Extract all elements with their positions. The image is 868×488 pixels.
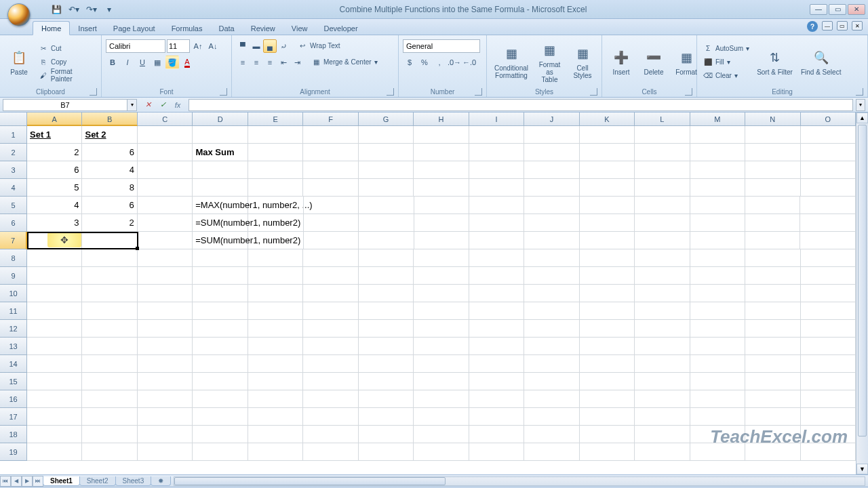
cell-G13[interactable]: [359, 338, 414, 355]
cell-F12[interactable]: [303, 320, 358, 338]
cell-B3[interactable]: 4: [82, 161, 137, 179]
cell-L11[interactable]: [635, 302, 690, 320]
column-header-M[interactable]: M: [690, 113, 745, 126]
cell-N16[interactable]: [745, 390, 800, 408]
cell-O16[interactable]: [801, 390, 856, 408]
cell-O14[interactable]: [801, 355, 856, 373]
cell-I17[interactable]: [469, 408, 524, 426]
cell-H16[interactable]: [414, 390, 469, 408]
cell-F1[interactable]: [303, 126, 358, 144]
cell-N13[interactable]: [745, 338, 800, 355]
cell-I4[interactable]: [469, 179, 524, 197]
cell-G7[interactable]: [359, 232, 414, 249]
increase-decimal-button[interactable]: .0→: [448, 56, 461, 69]
cell-J3[interactable]: [524, 161, 579, 179]
cell-N6[interactable]: [745, 214, 800, 232]
cell-I13[interactable]: [469, 338, 524, 355]
name-box-dropdown[interactable]: ▾: [127, 99, 137, 111]
cell-G3[interactable]: [359, 161, 414, 179]
cell-J17[interactable]: [524, 408, 579, 426]
cell-C10[interactable]: [138, 285, 193, 302]
cell-M4[interactable]: [690, 179, 745, 197]
cell-D17[interactable]: [193, 408, 248, 426]
cell-G2[interactable]: [359, 144, 414, 161]
enter-formula-icon[interactable]: ✓: [156, 99, 170, 111]
cell-B14[interactable]: [82, 355, 137, 373]
cell-I15[interactable]: [469, 373, 524, 390]
cell-M8[interactable]: [690, 249, 745, 267]
cell-I3[interactable]: [469, 161, 524, 179]
cell-O3[interactable]: [801, 161, 856, 179]
cell-C7[interactable]: [138, 232, 193, 249]
cell-K4[interactable]: [580, 179, 635, 197]
cell-G16[interactable]: [359, 390, 414, 408]
paste-button[interactable]: 📋 Paste: [4, 47, 34, 77]
cell-B1[interactable]: Set 2: [82, 126, 137, 144]
bold-button[interactable]: B: [106, 56, 119, 69]
column-header-H[interactable]: H: [414, 113, 469, 126]
tab-developer[interactable]: Developer: [315, 22, 366, 35]
cell-K9[interactable]: [580, 267, 635, 285]
cell-C19[interactable]: [138, 443, 193, 461]
cell-styles-button[interactable]: ▦Cell Styles: [568, 43, 597, 81]
cell-A16[interactable]: [27, 390, 82, 408]
sheet-nav-first[interactable]: ⏮: [0, 476, 11, 487]
cell-L3[interactable]: [635, 161, 690, 179]
cell-A10[interactable]: [27, 285, 82, 302]
cell-O11[interactable]: [801, 302, 856, 320]
maximize-button[interactable]: ▭: [829, 4, 846, 15]
cell-J12[interactable]: [524, 320, 579, 338]
cell-B2[interactable]: 6: [82, 144, 137, 161]
select-all-corner[interactable]: [0, 113, 27, 126]
cell-B16[interactable]: [82, 390, 137, 408]
cell-N7[interactable]: [745, 232, 800, 249]
cell-B5[interactable]: 6: [82, 197, 137, 214]
cell-O13[interactable]: [801, 338, 856, 355]
font-size-select[interactable]: [167, 39, 190, 53]
cell-M7[interactable]: [690, 232, 745, 249]
column-header-B[interactable]: B: [82, 113, 137, 126]
cell-K7[interactable]: [580, 232, 635, 249]
cell-C18[interactable]: [138, 426, 193, 443]
cell-F19[interactable]: [303, 443, 358, 461]
column-header-G[interactable]: G: [359, 113, 414, 126]
cell-E17[interactable]: [248, 408, 303, 426]
cell-L19[interactable]: [635, 443, 690, 461]
sheet-nav-prev[interactable]: ◀: [11, 476, 22, 487]
cell-H19[interactable]: [414, 443, 469, 461]
cell-H7[interactable]: [414, 232, 469, 249]
font-name-select[interactable]: [106, 39, 165, 53]
cell-O9[interactable]: [801, 267, 856, 285]
cell-G19[interactable]: [359, 443, 414, 461]
row-header-2[interactable]: 2: [0, 144, 27, 161]
cell-G11[interactable]: [359, 302, 414, 320]
cell-G9[interactable]: [359, 267, 414, 285]
cell-G17[interactable]: [359, 408, 414, 426]
cell-E16[interactable]: [248, 390, 303, 408]
vertical-scrollbar[interactable]: ▲ ▼: [856, 113, 868, 474]
cell-E4[interactable]: [248, 179, 303, 197]
cell-E5[interactable]: [248, 197, 303, 214]
cell-J4[interactable]: [524, 179, 579, 197]
cell-J1[interactable]: [524, 126, 579, 144]
cell-O19[interactable]: [801, 443, 856, 461]
cell-L14[interactable]: [635, 355, 690, 373]
cell-O10[interactable]: [801, 285, 856, 302]
align-right-button[interactable]: ≡: [263, 56, 277, 69]
cell-J16[interactable]: [524, 390, 579, 408]
cell-E15[interactable]: [248, 373, 303, 390]
cell-A11[interactable]: [27, 302, 82, 320]
cell-I16[interactable]: [469, 390, 524, 408]
cell-B15[interactable]: [82, 373, 137, 390]
cell-F7[interactable]: [304, 232, 359, 249]
cell-L12[interactable]: [635, 320, 690, 338]
cell-G1[interactable]: [359, 126, 414, 144]
cell-C2[interactable]: [138, 144, 193, 161]
percent-button[interactable]: %: [418, 56, 431, 69]
cell-F13[interactable]: [303, 338, 358, 355]
cell-L16[interactable]: [635, 390, 690, 408]
cell-K14[interactable]: [580, 355, 635, 373]
cell-N19[interactable]: [745, 443, 800, 461]
cell-F11[interactable]: [303, 302, 358, 320]
cell-E19[interactable]: [248, 443, 303, 461]
